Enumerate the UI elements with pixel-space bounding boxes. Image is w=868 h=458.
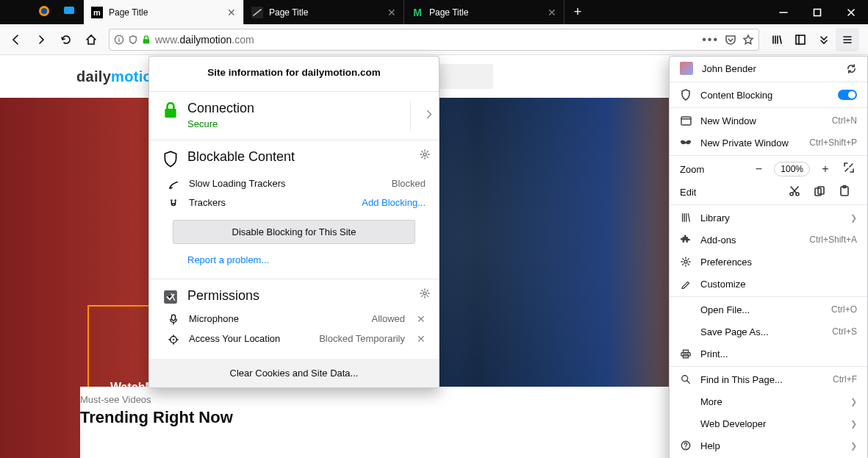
location-status: Blocked Temporarily [319, 333, 405, 344]
home-button[interactable] [79, 28, 103, 51]
blockable-section: Blockable Content Slow Loading Trackers … [149, 140, 439, 279]
svg-point-8 [423, 153, 426, 156]
fullscreen-button[interactable] [841, 162, 857, 176]
library-icon [680, 212, 692, 223]
web-developer-item[interactable]: Web Developer ❯ [670, 412, 867, 434]
tab-title: Page Title [269, 7, 381, 18]
microphone-icon [165, 312, 182, 326]
new-window-item[interactable]: New Window Ctrl+N [670, 110, 867, 132]
avatar [680, 62, 693, 75]
hamburger-menu-button[interactable] [836, 28, 859, 51]
close-icon[interactable]: ✕ [387, 7, 396, 18]
url-bar[interactable]: www.dailymotion.com ••• [109, 29, 759, 51]
account-name: John Bender [702, 63, 836, 74]
mask-icon [680, 139, 692, 146]
sidebar-button[interactable] [789, 28, 812, 51]
microphone-label: Microphone [189, 313, 239, 324]
find-item[interactable]: Find in This Page... Ctrl+F [670, 368, 867, 390]
maximize-button[interactable] [800, 0, 834, 24]
tab-2[interactable]: M Page Title ✕ [404, 0, 564, 24]
customize-item[interactable]: Customize [670, 273, 867, 295]
add-blocking-link[interactable]: Add Blocking... [362, 197, 426, 208]
chevron-right-icon[interactable] [426, 110, 433, 122]
more-icon[interactable]: ••• [702, 33, 719, 46]
svg-point-11 [423, 292, 426, 295]
clear-permission-icon[interactable]: ✕ [417, 333, 426, 345]
minimize-button[interactable] [767, 0, 800, 24]
paste-button[interactable] [832, 185, 857, 198]
report-problem-link[interactable]: Report a problem... [162, 247, 426, 268]
gear-icon[interactable] [420, 288, 430, 301]
overflow-button[interactable] [812, 28, 836, 51]
favicon-m-icon: M [412, 7, 423, 18]
search-icon [680, 374, 692, 384]
print-icon [680, 349, 692, 359]
app-menu: John Bender Content Blocking New Window … [669, 56, 868, 458]
save-page-item[interactable]: Save Page As... Ctrl+S [670, 321, 867, 343]
close-icon[interactable]: ✕ [548, 7, 556, 18]
tab-title: Page Title [109, 7, 221, 18]
content-blocking-row[interactable]: Content Blocking [670, 84, 867, 106]
identity-icons[interactable] [114, 35, 151, 45]
connection-status: Secure [187, 118, 254, 129]
pocket-icon[interactable] [725, 34, 736, 46]
more-item[interactable]: More ❯ [670, 390, 867, 412]
reload-button[interactable] [54, 28, 78, 51]
cut-button[interactable] [782, 186, 807, 198]
close-icon[interactable]: ✕ [227, 7, 236, 18]
chevron-right-icon: ❯ [850, 213, 857, 223]
new-tab-button[interactable]: + [564, 0, 591, 24]
edit-row: Edit [670, 181, 867, 203]
pinned-icons [29, 0, 84, 24]
bookmark-star-icon[interactable] [742, 34, 754, 46]
svg-rect-3 [814, 9, 821, 15]
firefox-icon[interactable] [38, 5, 50, 19]
zoom-out-button[interactable]: − [750, 162, 767, 176]
chat-icon[interactable] [63, 5, 75, 19]
svg-point-15 [173, 338, 175, 340]
permissions-icon [162, 288, 179, 304]
back-button[interactable] [4, 28, 28, 51]
shield-icon [162, 149, 179, 168]
shield-icon [680, 89, 692, 101]
sync-icon[interactable] [845, 63, 857, 74]
permissions-section: Permissions Microphone Allowed ✕ Access … [149, 279, 439, 359]
lock-icon [142, 35, 151, 45]
content-blocking-toggle[interactable] [838, 90, 857, 100]
gear-icon[interactable] [420, 149, 430, 162]
zoom-in-button[interactable]: + [817, 162, 833, 176]
print-item[interactable]: Print... [670, 343, 867, 365]
library-item[interactable]: Library ❯ [670, 207, 867, 229]
svg-rect-13 [171, 315, 175, 321]
tab-1[interactable]: Page Title ✕ [244, 0, 404, 24]
svg-rect-16 [681, 116, 691, 124]
help-item[interactable]: Help ❯ [670, 434, 867, 457]
connection-section[interactable]: Connection Secure [149, 92, 439, 140]
titlebar: m Page Title ✕ Page Title ✕ M Page Title… [0, 0, 868, 24]
disable-blocking-button[interactable]: Disable Blocking for This Site [173, 220, 415, 244]
forward-button[interactable] [29, 28, 53, 51]
preferences-item[interactable]: Preferences [670, 251, 867, 273]
new-private-window-item[interactable]: New Private Window Ctrl+Shift+P [670, 132, 867, 154]
svg-rect-6 [796, 35, 805, 44]
account-row[interactable]: John Bender [670, 57, 867, 80]
site-info-panel: Site information for dailymotion.com Con… [148, 56, 440, 388]
clear-permission-icon[interactable]: ✕ [417, 313, 426, 325]
trackers-icon [165, 197, 182, 209]
lock-icon [162, 101, 179, 118]
svg-point-10 [174, 199, 176, 201]
gear-icon [680, 257, 692, 267]
navbar: www.dailymotion.com ••• [0, 24, 868, 55]
clear-data-button[interactable]: Clear Cookies and Site Data... [149, 359, 439, 387]
paint-icon [680, 279, 692, 289]
addons-item[interactable]: Add-ons Ctrl+Shift+A [670, 229, 867, 251]
chevron-right-icon: ❯ [850, 441, 857, 451]
window-controls [767, 0, 868, 24]
library-button[interactable] [765, 28, 789, 51]
open-file-item[interactable]: Open File... Ctrl+O [670, 298, 867, 321]
location-label: Access Your Location [189, 333, 280, 344]
tab-0[interactable]: m Page Title ✕ [84, 0, 244, 24]
copy-button[interactable] [807, 186, 832, 198]
shield-icon [128, 35, 138, 45]
close-window-button[interactable] [834, 0, 868, 24]
